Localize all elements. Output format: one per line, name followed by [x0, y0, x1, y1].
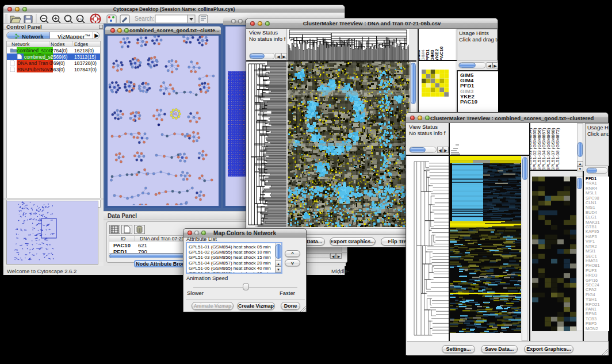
svg-text:Search:: Search: [135, 16, 154, 22]
svg-text:1:1: 1:1 [78, 17, 82, 21]
